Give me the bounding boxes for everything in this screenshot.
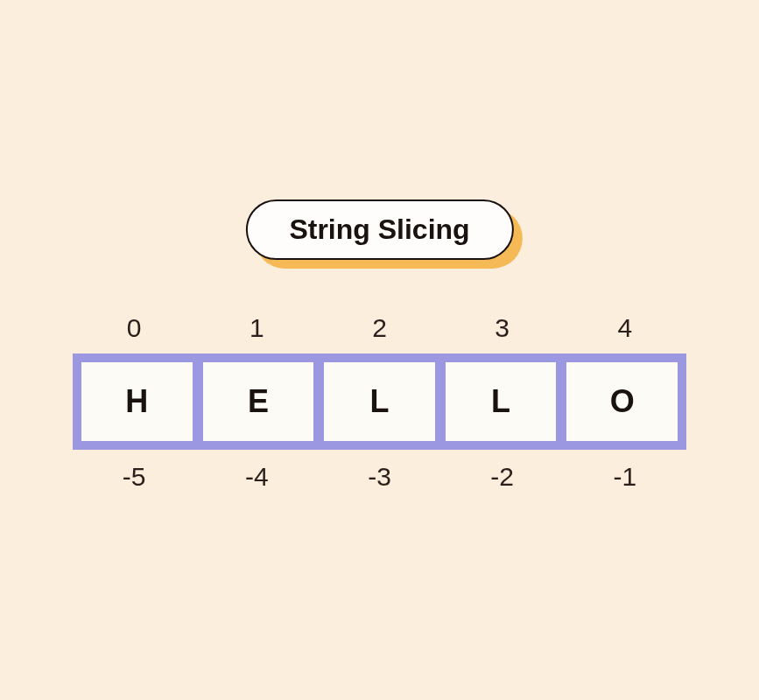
index-positive: 4 — [564, 313, 686, 343]
index-negative: -3 — [318, 462, 440, 492]
index-positive: 3 — [441, 313, 564, 343]
index-positive: 1 — [195, 313, 318, 343]
index-negative: -5 — [73, 462, 195, 492]
index-negative: -1 — [564, 462, 686, 492]
index-positive: 0 — [73, 313, 195, 343]
char-cell: O — [564, 360, 680, 444]
index-negative: -2 — [441, 462, 564, 492]
title-pill: String Slicing — [245, 200, 513, 260]
char-boxes-container: H E L L O — [73, 354, 686, 450]
char-cell: L — [443, 360, 559, 444]
negative-index-row: -5 -4 -3 -2 -1 — [73, 462, 686, 492]
char-cell: H — [79, 360, 195, 444]
positive-index-row: 0 1 2 3 4 — [73, 313, 686, 343]
char-cell: E — [200, 360, 317, 444]
diagram-title: String Slicing — [245, 200, 513, 260]
index-positive: 2 — [318, 313, 440, 343]
string-slicing-diagram: 0 1 2 3 4 H E L L O -5 -4 -3 -2 -1 — [73, 313, 686, 492]
index-negative: -4 — [195, 462, 318, 492]
char-cell: L — [321, 360, 438, 444]
